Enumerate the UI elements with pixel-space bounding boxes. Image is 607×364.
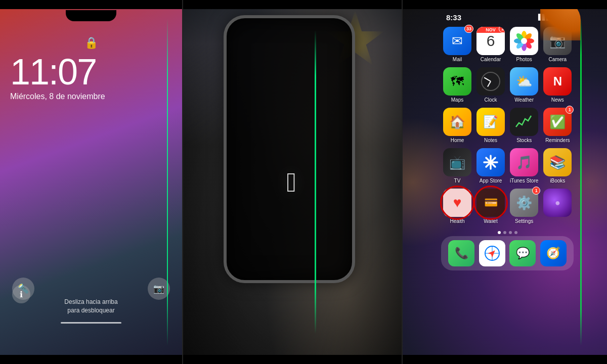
weather-icon: ⛅ — [510, 67, 538, 96]
app-appstore[interactable]: App Store — [476, 148, 505, 184]
app-weather[interactable]: ⛅ Weather — [510, 67, 538, 103]
purple-symbol: ● — [555, 198, 560, 208]
panel-lock-screen: 🔒 11:07 Miércoles, 8 de noviembre 🔦 Desl… — [0, 0, 182, 364]
svg-marker-17 — [488, 248, 497, 257]
itunes-symbol: 🎵 — [516, 155, 532, 170]
clock-face — [481, 72, 500, 91]
camera-label: Camera — [549, 57, 567, 62]
dock-phone[interactable]: 📞 — [448, 240, 474, 266]
app-health[interactable]: ♥ Health — [443, 189, 471, 224]
safari-svg — [484, 245, 500, 261]
green-vertical-line — [167, 0, 168, 364]
app-mail[interactable]: ✉ 33 Mail — [443, 27, 471, 62]
home-symbol: 🏠 — [449, 114, 465, 130]
app-ibooks[interactable]: 📚 iBooks — [543, 148, 572, 184]
appstore-svg — [482, 154, 499, 171]
maps-symbol: 🗺 — [451, 74, 464, 89]
phone-symbol: 📞 — [455, 247, 468, 260]
app-notes[interactable]: 📝 Notes — [476, 108, 505, 143]
app-home[interactable]: 🏠 Home — [443, 108, 471, 143]
app-grid: ✉ 33 Mail NOV 6 2 Calendar — [437, 24, 578, 227]
photos-label: Photos — [516, 57, 532, 62]
dock-maps[interactable]: 🧭 — [540, 240, 567, 266]
app-wallet[interactable]: 💳 Wallet — [476, 189, 505, 224]
black-bar-bottom — [0, 355, 607, 364]
page-dots — [437, 231, 578, 234]
wallet-highlight-circle — [473, 186, 508, 220]
itunes-label: iTunes Store — [510, 178, 538, 184]
app-settings[interactable]: ⚙️ 1 Settings — [510, 189, 538, 224]
app-clock[interactable]: Clock — [476, 67, 505, 103]
tv-icon: 📺 — [443, 148, 471, 176]
main-container: 🔒 11:07 Miércoles, 8 de noviembre 🔦 Desl… — [0, 0, 607, 364]
app-purple-blob[interactable]: ● — [543, 189, 572, 224]
notes-symbol: 📝 — [483, 115, 498, 129]
wallet-icon-wrapper: 💳 — [476, 189, 505, 217]
black-bar-top — [0, 0, 607, 9]
page-dot-2 — [503, 231, 506, 234]
phone-outline — [224, 15, 355, 283]
maps-dock-symbol: 🧭 — [546, 247, 560, 260]
reminders-symbol: ✅ — [549, 114, 566, 130]
stocks-icon — [510, 108, 538, 136]
dock-messages-icon: 💬 — [509, 240, 536, 266]
settings-symbol: ⚙️ — [516, 195, 532, 211]
reminders-label: Reminders — [545, 138, 570, 143]
lock-date: Miércoles, 8 de noviembre — [0, 92, 182, 101]
green-line-home — [580, 0, 582, 364]
appstore-icon — [476, 148, 505, 176]
tv-label: TV — [454, 178, 461, 184]
purple-icon: ● — [543, 189, 572, 217]
divider-2 — [402, 0, 403, 364]
home-icon: 🏠 — [443, 108, 471, 136]
news-label: News — [551, 97, 564, 103]
notch-bar — [66, 10, 116, 21]
calendar-label: Calendar — [481, 57, 501, 62]
app-maps[interactable]: 🗺 Maps — [443, 67, 471, 103]
photos-icon — [510, 27, 538, 55]
weather-symbol: ⛅ — [516, 74, 532, 89]
ibooks-icon: 📚 — [543, 148, 572, 176]
mail-badge: 33 — [464, 25, 473, 33]
app-reminders[interactable]: ✅ 1 Reminders — [543, 108, 572, 143]
clock-icon — [476, 67, 505, 96]
svg-point-9 — [521, 38, 527, 44]
app-itunes[interactable]: 🎵 iTunes Store — [510, 148, 538, 184]
clock-label: Clock — [484, 97, 497, 103]
reminders-badge: 1 — [566, 106, 574, 114]
home-screen-content: 8:33 ▋▋▋ 📶 🔋 ✉ 33 Mail — [437, 9, 578, 355]
ibooks-symbol: 📚 — [549, 155, 566, 170]
calendar-day: 6 — [487, 33, 495, 49]
info-btn[interactable]: ℹ — [12, 285, 30, 303]
page-dot-3 — [509, 231, 512, 234]
notes-label: Notes — [484, 138, 497, 143]
clock-min-hand — [484, 77, 491, 82]
home-label: Home — [451, 138, 464, 143]
mail-symbol: ✉ — [452, 33, 463, 49]
itunes-icon: 🎵 — [510, 148, 538, 176]
apple-logo-symbol:  — [286, 166, 296, 198]
mail-label: Mail — [453, 57, 462, 62]
status-time: 8:33 — [446, 13, 461, 22]
dock-safari-icon — [479, 240, 505, 266]
appstore-label: App Store — [480, 178, 502, 184]
dock-messages[interactable]: 💬 — [509, 240, 536, 266]
dock-safari[interactable] — [479, 240, 505, 266]
dock: 📞 💬 — [441, 236, 574, 270]
app-tv[interactable]: 📺 TV — [443, 148, 471, 184]
dock-maps-icon: 🧭 — [540, 240, 567, 266]
app-calendar[interactable]: NOV 6 2 Calendar — [476, 27, 505, 62]
app-news[interactable]: N News — [543, 67, 572, 103]
stocks-label: Stocks — [516, 138, 532, 143]
app-photos[interactable]: Photos — [510, 27, 538, 62]
settings-icon: ⚙️ 1 — [510, 189, 538, 217]
clock-hour-hand — [487, 81, 491, 87]
app-stocks[interactable]: Stocks — [510, 108, 538, 143]
ibooks-label: iBooks — [550, 178, 565, 184]
divider-1 — [182, 0, 183, 364]
health-icon-wrapper: ♥ — [443, 189, 471, 217]
lock-icon-area: 🔒 — [0, 36, 182, 50]
page-dot-1 — [498, 231, 501, 234]
lock-screen-content: 🔒 11:07 Miércoles, 8 de noviembre — [0, 0, 182, 364]
settings-label: Settings — [515, 218, 533, 224]
